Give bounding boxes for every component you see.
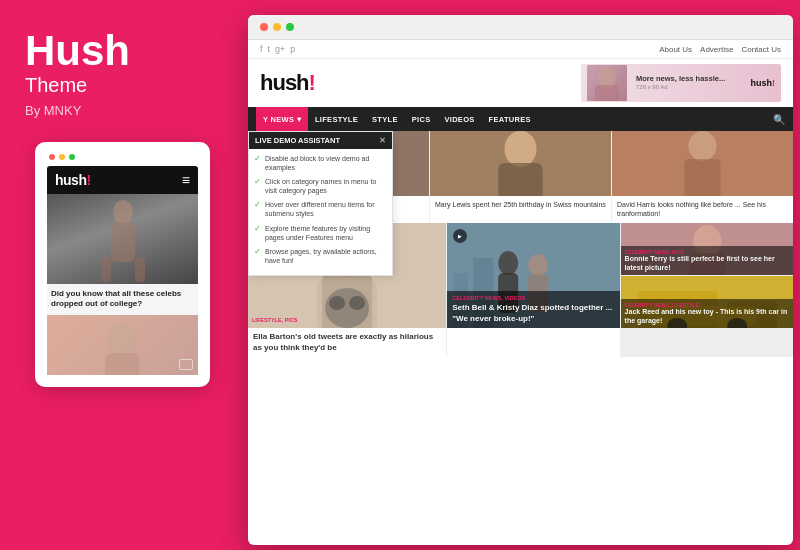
- demo-item-text-1: Disable ad block to view demo ad example…: [265, 154, 387, 172]
- browser-dot-green: [286, 23, 294, 31]
- nav-item-pics[interactable]: PICS: [405, 107, 438, 131]
- ad-logo-mark: !: [772, 78, 775, 88]
- article-caption-2: Mary Lewis spent her 25th birthday in Sw…: [430, 196, 611, 213]
- ad-size: 728 x 90 Ad: [631, 84, 747, 92]
- check-icon-4: ✓: [254, 224, 261, 242]
- seth-tag: CELEBRITY NEWS, VIDEOS: [452, 295, 614, 301]
- contact-link[interactable]: Contact Us: [741, 45, 781, 54]
- demo-item-text-2: Click on category names in menu to visit…: [265, 177, 387, 195]
- svg-rect-2: [101, 257, 111, 282]
- article-jack[interactable]: CELEBRITY NEWS, LIFESTYLE Jack Reed and …: [621, 276, 793, 328]
- demo-header: LIVE DEMO ASSISTANT ✕: [249, 132, 392, 149]
- svg-point-23: [329, 296, 345, 310]
- demo-item-text-5: Browse pages, try available actions, hav…: [265, 247, 387, 265]
- hamburger-icon: ≡: [182, 172, 190, 188]
- mobile-mockup: hush! ≡ Did you know that all these cele…: [35, 142, 210, 387]
- article-caption-ella: Ella Barton's old tweets are exactly as …: [248, 328, 446, 357]
- nav-item-style[interactable]: STYLE: [365, 107, 405, 131]
- svg-rect-6: [105, 353, 139, 375]
- site-navigation: Y NEWS ▾ LIFESTYLE STYLE PICS VIDEOS FEA…: [248, 107, 793, 131]
- site-logo: hush!: [260, 70, 315, 96]
- svg-rect-17: [684, 159, 720, 196]
- mobile-hero-img: [47, 194, 198, 284]
- mobile-window-controls: [47, 154, 198, 160]
- svg-point-0: [113, 200, 133, 224]
- social-icons: f t g+ p: [260, 44, 295, 54]
- demo-close-icon[interactable]: ✕: [379, 136, 386, 145]
- check-icon-5: ✓: [254, 247, 261, 265]
- bonnie-title: Bonnie Terry is still perfect be first t…: [625, 255, 789, 272]
- ad-image: [587, 65, 627, 101]
- check-icon-1: ✓: [254, 154, 261, 172]
- video-icon: ▶: [458, 233, 462, 239]
- browser-chrome: [248, 15, 793, 40]
- browser-dot-yellow: [273, 23, 281, 31]
- pinterest-icon: p: [290, 44, 295, 54]
- nav-item-lifestyle[interactable]: LIFESTYLE: [308, 107, 365, 131]
- demo-item-text-4: Explore theme features by visiting pages…: [265, 224, 387, 242]
- browser-dot-red: [260, 23, 268, 31]
- svg-rect-14: [498, 163, 542, 196]
- hero-silhouette: [93, 197, 153, 282]
- mobile-nav: hush! ≡: [47, 166, 198, 194]
- mobile-dot-green: [69, 154, 75, 160]
- mobile-article-text: Did you know that all these celebs dropp…: [47, 284, 198, 315]
- mary-image: [430, 131, 611, 196]
- svg-point-24: [349, 296, 365, 310]
- article-image-2: [430, 131, 611, 196]
- ad-text: More news, less hassle...: [631, 74, 747, 84]
- brand-title: Hush: [25, 30, 220, 72]
- googleplus-icon: g+: [275, 44, 285, 54]
- browser-content: f t g+ p About Us Advertise Contact Us h…: [248, 40, 793, 540]
- topbar-links: About Us Advertise Contact Us: [659, 45, 781, 54]
- search-icon[interactable]: 🔍: [773, 114, 785, 125]
- left-panel: Hush Theme By MNKY hush! ≡: [0, 0, 245, 550]
- jack-title: Jack Reed and his new toy - This is his …: [625, 308, 789, 325]
- facebook-icon: f: [260, 44, 263, 54]
- right-stack: CELEBRITY NEWS, PICS Bonnie Terry is sti…: [621, 223, 793, 357]
- svg-rect-3: [135, 257, 145, 282]
- nav-item-videos[interactable]: VIDEOS: [437, 107, 481, 131]
- svg-rect-8: [595, 85, 619, 101]
- mobile-logo-mark: !: [86, 172, 90, 188]
- twitter-icon: t: [268, 44, 271, 54]
- ella-tag: LIFESTYLE, PICS: [252, 317, 442, 323]
- demo-item-text-3: Hover over different menu items for subm…: [265, 200, 387, 218]
- mobile-logo: hush!: [55, 172, 91, 188]
- site-logo-mark: !: [309, 70, 315, 95]
- mobile-dot-red: [49, 154, 55, 160]
- site-topbar: f t g+ p About Us Advertise Contact Us: [248, 40, 793, 59]
- article-image-3: [612, 131, 793, 196]
- nav-item-y-news[interactable]: Y NEWS ▾: [256, 107, 308, 131]
- demo-title: LIVE DEMO ASSISTANT: [255, 136, 340, 145]
- article-card-3[interactable]: David Harris looks nothing like before .…: [612, 131, 793, 222]
- demo-item-1: ✓ Disable ad block to view demo ad examp…: [254, 154, 387, 172]
- main-content: LIVE DEMO ASSISTANT ✕ ✓ Disable ad block…: [248, 131, 793, 357]
- article-caption-3: David Harris looks nothing like before .…: [612, 196, 793, 222]
- article-big-2[interactable]: ▶: [447, 223, 619, 357]
- article-bonnie[interactable]: CELEBRITY NEWS, PICS Bonnie Terry is sti…: [621, 223, 793, 275]
- demo-item-3: ✓ Hover over different menu items for su…: [254, 200, 387, 218]
- ad-silhouette: [587, 65, 627, 101]
- header-advertisement: More news, less hassle... 728 x 90 Ad hu…: [581, 64, 781, 102]
- ad-logo: hush!: [751, 78, 776, 88]
- demo-overlay: LIVE DEMO ASSISTANT ✕ ✓ Disable ad block…: [248, 131, 393, 276]
- svg-point-7: [598, 66, 616, 88]
- demo-item-4: ✓ Explore theme features by visiting pag…: [254, 224, 387, 242]
- advertise-link[interactable]: Advertise: [700, 45, 733, 54]
- demo-item-2: ✓ Click on category names in menu to vis…: [254, 177, 387, 195]
- demo-items-list: ✓ Disable ad block to view demo ad examp…: [249, 149, 392, 275]
- svg-point-13: [504, 131, 536, 167]
- about-link[interactable]: About Us: [659, 45, 692, 54]
- svg-point-31: [528, 254, 548, 276]
- article-card-2[interactable]: Mary Lewis spent her 25th birthday in Sw…: [430, 131, 611, 222]
- svg-rect-1: [111, 222, 135, 262]
- mobile-secondary-silhouette: [47, 315, 198, 375]
- check-icon-2: ✓: [254, 177, 261, 195]
- nav-item-features[interactable]: FEATURES: [482, 107, 538, 131]
- browser-mockup: f t g+ p About Us Advertise Contact Us h…: [248, 15, 793, 545]
- mobile-secondary-image: [47, 315, 198, 375]
- brand-by: By MNKY: [25, 103, 220, 118]
- seth-title: Seth Bell & Kristy Diaz spotted together…: [452, 303, 614, 324]
- mobile-hero-image: [47, 194, 198, 284]
